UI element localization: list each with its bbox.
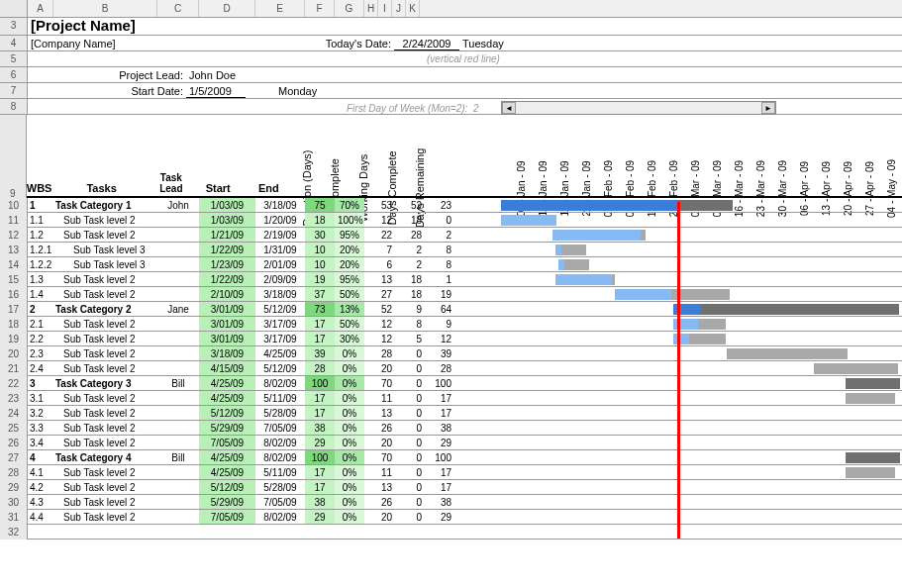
end-cell[interactable]: 8/02/09: [255, 510, 305, 524]
duration-cell[interactable]: 38: [305, 495, 335, 509]
percent-cell[interactable]: 95%: [335, 272, 364, 286]
wbs-cell[interactable]: 4.2: [28, 480, 53, 494]
row-number[interactable]: 30: [0, 495, 28, 510]
date-col-12[interactable]: 30 - Mar - 09: [771, 115, 793, 196]
end-cell[interactable]: 8/02/09: [255, 436, 305, 449]
date-col-15[interactable]: 20 - Apr - 09: [837, 115, 858, 196]
gantt-bar-remaining[interactable]: [677, 200, 733, 211]
days-complete-cell[interactable]: 9: [394, 302, 424, 316]
end-cell[interactable]: 4/25/09: [255, 346, 305, 360]
percent-cell[interactable]: 0%: [335, 450, 364, 464]
gantt-bar-remaining[interactable]: [689, 334, 726, 344]
start-cell[interactable]: 4/25/09: [199, 391, 255, 405]
task-cell[interactable]: Task Category 4: [53, 450, 157, 464]
percent-cell[interactable]: 20%: [335, 257, 364, 271]
lead-cell[interactable]: [157, 228, 199, 242]
start-cell[interactable]: 1/03/09: [199, 213, 255, 227]
days-remaining-cell[interactable]: 64: [424, 302, 453, 316]
col-header-A[interactable]: A: [28, 0, 53, 17]
percent-cell[interactable]: 0%: [335, 406, 364, 420]
days-remaining-cell[interactable]: 28: [424, 361, 453, 375]
row-number[interactable]: 32: [0, 525, 28, 539]
row-number[interactable]: 21: [0, 361, 28, 376]
days-complete-cell[interactable]: 18: [394, 213, 424, 227]
end-cell[interactable]: 8/02/09: [255, 376, 305, 390]
days-remaining-cell[interactable]: 23: [424, 198, 453, 212]
end-cell[interactable]: 5/11/09: [255, 465, 305, 479]
header-lead[interactable]: Task Lead: [151, 115, 191, 196]
gantt-bar-remaining[interactable]: [641, 230, 646, 241]
days-remaining-cell[interactable]: 38: [424, 495, 453, 509]
task-cell[interactable]: Sub Task level 2: [53, 406, 157, 420]
row-number[interactable]: 7: [0, 83, 28, 98]
days-complete-cell[interactable]: 0: [394, 510, 424, 524]
wbs-cell[interactable]: 1.2: [28, 228, 53, 242]
gantt-bar-remaining[interactable]: [846, 393, 895, 404]
days-remaining-cell[interactable]: 17: [424, 480, 453, 494]
col-header-K[interactable]: K: [406, 0, 420, 17]
lead-cell[interactable]: [157, 257, 199, 271]
wbs-cell[interactable]: 3.3: [28, 421, 53, 435]
end-cell[interactable]: 5/28/09: [255, 480, 305, 494]
row-number[interactable]: 12: [0, 228, 28, 243]
days-complete-cell[interactable]: 0: [394, 436, 424, 449]
days-complete-cell[interactable]: 18: [394, 287, 424, 301]
days-remaining-cell[interactable]: 17: [424, 406, 453, 420]
days-complete-cell[interactable]: 0: [394, 361, 424, 375]
task-cell[interactable]: Sub Task level 2: [53, 332, 157, 345]
col-header-D[interactable]: D: [199, 0, 255, 17]
end-cell[interactable]: 5/11/09: [255, 391, 305, 405]
days-remaining-cell[interactable]: 29: [424, 436, 453, 449]
working-days-cell[interactable]: 12: [364, 213, 394, 227]
task-cell[interactable]: Sub Task level 2: [53, 465, 157, 479]
col-header-B[interactable]: B: [53, 0, 157, 17]
wbs-cell[interactable]: 2: [28, 302, 53, 316]
wbs-cell[interactable]: 1: [28, 198, 53, 212]
start-cell[interactable]: 4/25/09: [199, 376, 255, 390]
start-cell[interactable]: 3/01/09: [199, 332, 255, 345]
lead-cell[interactable]: Bill: [157, 450, 199, 464]
duration-cell[interactable]: 100: [305, 450, 335, 464]
lead-cell[interactable]: [157, 213, 199, 227]
working-days-cell[interactable]: 28: [364, 346, 394, 360]
gantt-bar-remaining[interactable]: [727, 348, 848, 359]
days-remaining-cell[interactable]: 2: [424, 228, 453, 242]
end-cell[interactable]: 5/12/09: [255, 361, 305, 375]
days-remaining-cell[interactable]: 38: [424, 421, 453, 435]
end-cell[interactable]: 3/17/09: [255, 317, 305, 331]
days-remaining-cell[interactable]: 17: [424, 391, 453, 405]
working-days-cell[interactable]: 11: [364, 391, 394, 405]
header-working-days[interactable]: Working Days: [350, 115, 378, 196]
row-number[interactable]: 27: [0, 450, 28, 465]
row-number[interactable]: 10: [0, 198, 28, 213]
gantt-bar-complete[interactable]: [501, 200, 677, 211]
days-complete-cell[interactable]: 0: [394, 391, 424, 405]
row-number[interactable]: 18: [0, 317, 28, 332]
row-number[interactable]: 8: [0, 99, 28, 114]
task-cell[interactable]: Sub Task level 2: [53, 421, 157, 435]
date-col-3[interactable]: 26 - Jan - 09: [575, 115, 597, 196]
wbs-cell[interactable]: 2.4: [28, 361, 53, 375]
gantt-bar-remaining[interactable]: [846, 378, 900, 389]
duration-cell[interactable]: 17: [305, 332, 335, 345]
lead-cell[interactable]: Jane: [157, 302, 199, 316]
working-days-cell[interactable]: 26: [364, 495, 394, 509]
lead-cell[interactable]: [157, 436, 199, 449]
days-remaining-cell[interactable]: 19: [424, 287, 453, 301]
today-date[interactable]: 2/24/2009: [394, 36, 459, 50]
duration-cell[interactable]: 17: [305, 480, 335, 494]
row-number[interactable]: 11: [0, 213, 28, 228]
task-cell[interactable]: Sub Task level 2: [53, 391, 157, 405]
row-number[interactable]: 5: [0, 51, 28, 66]
row-number[interactable]: 25: [0, 421, 28, 436]
task-cell[interactable]: Sub Task level 2: [53, 480, 157, 494]
header-days-complete[interactable]: Days Complete: [377, 115, 406, 196]
wbs-cell[interactable]: 4.4: [28, 510, 53, 524]
date-col-0[interactable]: 05 - Jan - 09: [510, 115, 532, 196]
date-col-16[interactable]: 27 - Apr - 09: [858, 115, 880, 196]
end-cell[interactable]: 1/20/09: [255, 213, 305, 227]
date-col-6[interactable]: 16 - Feb - 09: [641, 115, 662, 196]
percent-cell[interactable]: 0%: [335, 495, 364, 509]
percent-cell[interactable]: 0%: [335, 421, 364, 435]
start-cell[interactable]: 2/10/09: [199, 287, 255, 301]
